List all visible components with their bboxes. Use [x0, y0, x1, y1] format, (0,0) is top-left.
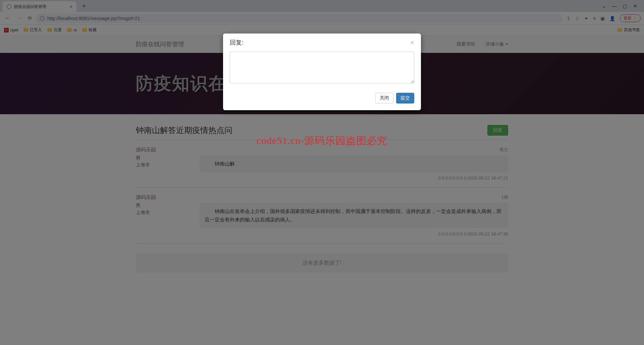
modal-submit-btn[interactable]: 提交: [396, 93, 414, 104]
reply-textarea[interactable]: [230, 52, 414, 83]
modal-footer: 关闭 提交: [223, 89, 421, 110]
modal-close-button[interactable]: ×: [410, 39, 414, 47]
modal-body: [223, 52, 421, 89]
modal-title: 回复:: [230, 39, 244, 47]
modal-close-btn[interactable]: 关闭: [375, 93, 393, 104]
modal-dialog: 回复: × 关闭 提交: [223, 33, 421, 110]
reply-modal: 回复: × 关闭 提交: [0, 0, 644, 279]
modal-header: 回复: ×: [223, 33, 421, 52]
